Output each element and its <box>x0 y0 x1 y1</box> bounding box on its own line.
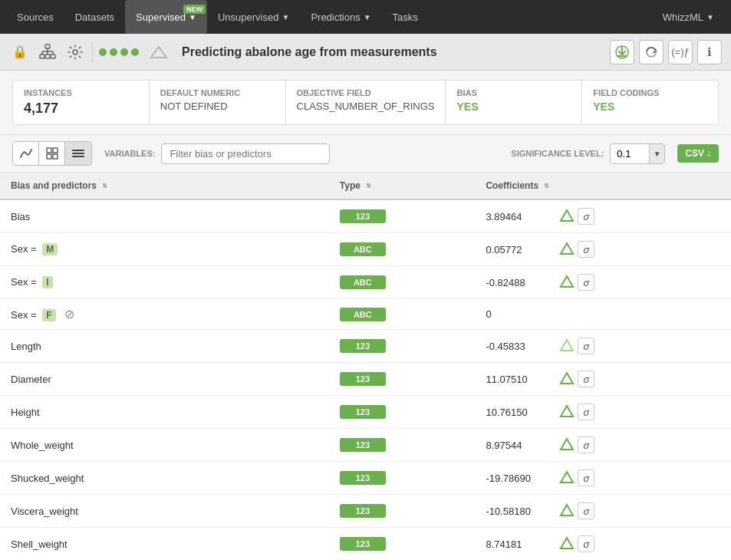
svg-marker-19 <box>561 210 573 221</box>
blocked-icon: ⊘ <box>64 308 74 321</box>
info-icon[interactable]: ℹ <box>697 40 722 64</box>
new-badge: NEW <box>183 5 206 14</box>
sigma-button[interactable]: σ <box>578 208 594 225</box>
type-cell: 123 <box>329 462 476 495</box>
table-row: Length123 -0.45833 σ <box>0 330 731 363</box>
col-header-coefficients[interactable]: Coefficients ⇅ <box>475 173 731 199</box>
type-cell: 123 <box>329 429 476 462</box>
status-dots <box>99 48 139 56</box>
predictor-cell: Whole_weight <box>0 429 329 462</box>
svg-marker-27 <box>561 505 573 516</box>
type-badge: ABC <box>340 275 386 289</box>
nav-tasks[interactable]: Tasks <box>382 0 429 34</box>
table-header-row: Bias and predictors ⇅ Type ⇅ Coefficient… <box>0 173 731 199</box>
coefficient-icons: σ <box>559 404 594 420</box>
coefficient-icons: σ <box>559 436 594 453</box>
coefficient-value: -19.78690 <box>486 473 547 484</box>
coefficient-icons: σ <box>559 502 594 519</box>
nav-sources[interactable]: Sources <box>6 0 64 34</box>
stat-objective-field: OBJECTIVE FIELD CLASS_NUMBER_OF_RINGS <box>285 80 446 125</box>
sigma-button[interactable]: σ <box>578 404 594 420</box>
csv-download-button[interactable]: CSV ↓ <box>677 144 719 163</box>
coefficient-cell: 0.05772 σ <box>475 233 731 266</box>
predictor-name: Shucked_weight <box>11 473 84 484</box>
col-header-type[interactable]: Type ⇅ <box>329 173 476 199</box>
svg-marker-21 <box>561 276 573 287</box>
predictor-cell: Sex = I <box>0 266 329 299</box>
sigma-button[interactable]: σ <box>578 436 594 453</box>
type-badge: 123 <box>340 504 386 518</box>
formula-icon[interactable]: (=)ƒ <box>668 40 693 64</box>
lock-icon[interactable]: 🔒 <box>9 41 31 63</box>
table-row: Viscera_weight123 -10.58180 σ <box>0 495 731 528</box>
coefficient-value: 8.97544 <box>486 440 547 451</box>
nav-predictions[interactable]: Predictions ▼ <box>300 0 381 34</box>
type-cell: 123 <box>329 528 476 561</box>
coefficient-icons: σ <box>559 274 594 291</box>
predictor-name: Length <box>11 341 41 352</box>
sigma-button[interactable]: σ <box>578 371 594 387</box>
predictor-name: Sex = <box>11 276 37 288</box>
view-list-btn[interactable] <box>65 142 91 165</box>
triangle-icon <box>559 503 575 519</box>
sigma-button[interactable]: σ <box>578 502 594 519</box>
header-actions: (=)ƒ ℹ <box>610 40 722 64</box>
triangle-icon <box>559 470 575 486</box>
table-row: Height123 10.76150 σ <box>0 396 731 429</box>
nav-whizzml[interactable]: WhizzML ▼ <box>652 0 725 34</box>
col-header-predictors[interactable]: Bias and predictors ⇅ <box>0 173 329 199</box>
coefficient-cell: 0 <box>475 299 731 330</box>
svg-rect-3 <box>51 54 55 58</box>
view-curve-btn[interactable] <box>13 142 39 165</box>
sigma-button[interactable]: σ <box>578 469 594 486</box>
coefficient-icons: σ <box>559 469 594 486</box>
predictor-cell: Shell_weight <box>0 528 329 561</box>
objective-field-value: CLASS_NUMBER_OF_RINGS <box>297 100 435 112</box>
nav-supervised[interactable]: Supervised ▼ NEW <box>125 0 207 34</box>
coefficient-value: -0.82488 <box>486 277 547 288</box>
stats-row: INSTANCES 4,177 DEFAULT NUMERIC NOT DEFI… <box>0 71 731 135</box>
type-cell: 123 <box>329 363 476 396</box>
model-icon <box>148 41 170 63</box>
type-cell: 123 <box>329 330 476 363</box>
predictor-cell: Length <box>0 330 329 363</box>
nav-unsupervised[interactable]: Unsupervised ▼ <box>207 0 300 34</box>
download-icon[interactable] <box>610 40 634 64</box>
nav-datasets[interactable]: Datasets <box>64 0 125 34</box>
sigma-button[interactable]: σ <box>578 535 594 552</box>
coefficient-cell: -19.78690 σ <box>475 462 731 495</box>
view-toggle-group <box>12 141 92 166</box>
filter-input[interactable] <box>161 143 330 164</box>
sigma-button[interactable]: σ <box>578 274 594 291</box>
predictor-cell: Viscera_weight <box>0 495 329 528</box>
type-cell: 123 <box>329 199 476 233</box>
settings-icon[interactable] <box>64 41 86 63</box>
type-cell: ABC <box>329 233 476 266</box>
type-badge: 123 <box>340 372 386 386</box>
tree-icon[interactable] <box>37 41 58 63</box>
sigma-button[interactable]: σ <box>578 338 594 354</box>
table-row: Sex = IABC -0.82488 σ <box>0 266 731 299</box>
svg-marker-20 <box>561 243 573 254</box>
view-grid-btn[interactable] <box>39 142 65 165</box>
triangle-icon <box>559 404 575 420</box>
refresh-icon[interactable] <box>639 40 663 64</box>
sigma-button[interactable]: σ <box>578 241 594 258</box>
predictor-name: Bias <box>11 211 30 222</box>
table-row: Shell_weight123 8.74181 σ <box>0 528 731 561</box>
sort-coeff-icon: ⇅ <box>544 183 549 189</box>
coefficient-cell: -10.58180 σ <box>475 495 731 528</box>
type-cell: ABC <box>329 299 476 330</box>
svg-rect-0 <box>45 44 50 48</box>
coefficient-value: -0.45833 <box>486 341 547 352</box>
significance-input[interactable] <box>611 144 649 163</box>
coefficient-value: 0 <box>486 308 547 320</box>
sex-value-badge: I <box>42 276 52 288</box>
svg-point-9 <box>73 50 77 54</box>
sex-value-badge: F <box>42 309 55 321</box>
coefficient-cell: 8.97544 σ <box>475 429 731 462</box>
header-bar: 🔒 Predicting abalone age from <box>0 34 731 71</box>
status-dot-4 <box>131 48 139 56</box>
sort-predictors-icon: ⇅ <box>102 183 107 189</box>
significance-dropdown-arrow[interactable]: ▼ <box>649 144 664 163</box>
